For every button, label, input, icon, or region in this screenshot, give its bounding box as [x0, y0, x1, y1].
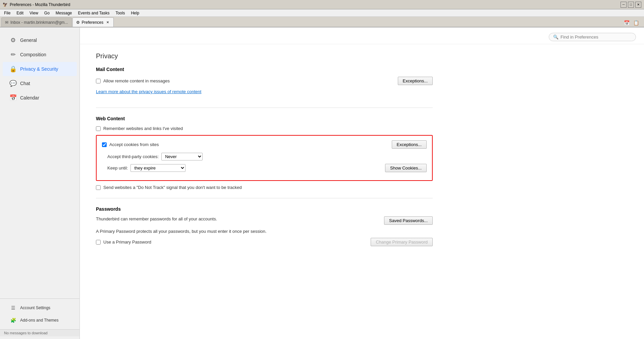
sidebar-item-chat-label: Chat	[20, 81, 30, 86]
sidebar-item-account-settings[interactable]: ☰ Account Settings	[3, 302, 77, 314]
mail-exceptions-button[interactable]: Exceptions...	[398, 77, 433, 85]
allow-remote-row: Allow remote content in messages Excepti…	[96, 77, 433, 85]
sidebar-item-calendar-label: Calendar	[20, 95, 39, 100]
section-divider-1	[96, 108, 433, 108]
sidebar-item-addons[interactable]: 🧩 Add-ons and Themes	[3, 314, 77, 326]
composition-icon: ✏	[9, 51, 17, 58]
tab-inbox[interactable]: ✉ Inbox - martin.brinkmann@gm...	[1, 17, 72, 27]
sidebar-item-account-settings-label: Account Settings	[20, 306, 50, 310]
primary-password-label: Use a Primary Password	[103, 240, 151, 245]
main-layout: ⚙ General ✏ Composition 🔒 Privacy & Secu…	[0, 27, 644, 339]
restore-button[interactable]: □	[628, 2, 634, 8]
account-settings-icon: ☰	[9, 305, 17, 311]
close-button[interactable]: ✕	[635, 2, 641, 8]
web-content-section: Web Content Remember websites and links …	[96, 116, 433, 190]
prefs-tab-label: Preferences	[82, 20, 104, 25]
search-icon: 🔍	[553, 35, 558, 40]
content-area: 🔍 Privacy Mail Content Allow remote cont…	[80, 27, 644, 339]
calendar-icon: 📅	[9, 94, 17, 101]
menu-view[interactable]: View	[27, 10, 41, 16]
calendar-toolbar-icon[interactable]: 📅	[623, 19, 631, 27]
window-title: Preferences - Mozilla Thunderbird	[10, 2, 70, 7]
remember-websites-label: Remember websites and links I've visited	[103, 126, 183, 131]
minimize-button[interactable]: ─	[621, 2, 627, 8]
sidebar-bottom: ☰ Account Settings 🧩 Add-ons and Themes	[0, 298, 79, 329]
sidebar-item-chat[interactable]: 💬 Chat	[3, 76, 77, 90]
status-text: No messages to download	[4, 331, 48, 335]
remember-websites-checkbox[interactable]	[96, 126, 101, 131]
keep-until-row: Keep until: they expire I close Thunderb…	[102, 164, 427, 172]
accept-cookies-label: Accept cookies from sites	[109, 142, 159, 147]
menu-tools[interactable]: Tools	[113, 10, 127, 16]
sidebar-item-privacy-label: Privacy & Security	[20, 66, 58, 72]
chat-icon: 💬	[9, 80, 17, 87]
dnt-row: Send websites a "Do Not Track" signal th…	[96, 185, 433, 190]
inbox-tab-label: Inbox - martin.brinkmann@gm...	[10, 20, 68, 25]
show-cookies-button[interactable]: Show Cookies...	[385, 164, 427, 172]
menu-message[interactable]: Message	[53, 10, 75, 16]
search-box[interactable]: 🔍	[549, 33, 636, 41]
content-header: 🔍	[80, 27, 644, 44]
keep-until-label: Keep until:	[107, 165, 128, 171]
dnt-label: Send websites a "Do Not Track" signal th…	[103, 185, 242, 190]
remember-websites-row: Remember websites and links I've visited	[96, 126, 433, 131]
third-party-select[interactable]: Never Always From visited	[161, 153, 203, 160]
saved-passwords-row: Thunderbird can remember passwords for a…	[96, 216, 433, 225]
menu-go[interactable]: Go	[42, 10, 52, 16]
sidebar: ⚙ General ✏ Composition 🔒 Privacy & Secu…	[0, 27, 80, 339]
section-divider-2	[96, 198, 433, 198]
cookies-exceptions-button[interactable]: Exceptions...	[392, 140, 427, 149]
change-primary-password-button[interactable]: Change Primary Password	[371, 238, 433, 246]
web-content-subsection-title: Web Content	[96, 116, 433, 121]
tab-bar: ✉ Inbox - martin.brinkmann@gm... ⚙ Prefe…	[0, 17, 644, 27]
title-bar: 🦅 Preferences - Mozilla Thunderbird ─ □ …	[0, 0, 644, 9]
dnt-checkbox[interactable]	[96, 185, 101, 190]
menu-events-tasks[interactable]: Events and Tasks	[75, 10, 112, 16]
sidebar-item-composition-label: Composition	[20, 52, 46, 57]
sidebar-item-privacy[interactable]: 🔒 Privacy & Security	[3, 62, 77, 76]
sidebar-item-general[interactable]: ⚙ General	[3, 33, 77, 47]
menu-file[interactable]: File	[1, 10, 13, 16]
tab-preferences[interactable]: ⚙ Preferences ✕	[72, 17, 114, 27]
allow-remote-label: Allow remote content in messages	[103, 78, 170, 83]
privacy-section-title: Privacy	[96, 52, 433, 60]
prefs-tab-icon: ⚙	[76, 20, 80, 25]
passwords-section: Passwords Thunderbird can remember passw…	[96, 206, 433, 246]
sidebar-item-calendar[interactable]: 📅 Calendar	[3, 91, 77, 105]
passwords-subsection-title: Passwords	[96, 206, 433, 212]
accept-cookies-row: Accept cookies from sites Exceptions...	[102, 140, 427, 149]
third-party-cookies-row: Accept third-party cookies: Never Always…	[102, 153, 427, 160]
tasks-toolbar-icon[interactable]: 📋	[632, 19, 640, 27]
prefs-tab-close[interactable]: ✕	[105, 20, 110, 25]
sidebar-item-general-label: General	[20, 38, 37, 43]
allow-remote-checkbox[interactable]	[96, 79, 101, 83]
menu-edit[interactable]: Edit	[14, 10, 26, 16]
mail-content-section: Mail Content Allow remote content in mes…	[96, 67, 433, 99]
sidebar-item-composition[interactable]: ✏ Composition	[3, 48, 77, 62]
privacy-icon: 🔒	[9, 65, 17, 73]
passwords-desc1: Thunderbird can remember passwords for a…	[96, 216, 217, 221]
mail-content-subsection-title: Mail Content	[96, 67, 433, 72]
sidebar-nav: ⚙ General ✏ Composition 🔒 Privacy & Secu…	[0, 30, 79, 298]
menu-bar: File Edit View Go Message Events and Tas…	[0, 9, 644, 17]
saved-passwords-button[interactable]: Saved Passwords...	[384, 216, 433, 225]
passwords-desc2: A Primary Password protects all your pas…	[96, 229, 433, 234]
app-icon: 🦅	[3, 2, 8, 7]
third-party-label: Accept third-party cookies:	[107, 154, 159, 159]
status-bar: No messages to download	[0, 329, 79, 336]
menu-help[interactable]: Help	[128, 10, 142, 16]
addons-icon: 🧩	[9, 318, 17, 323]
primary-password-checkbox[interactable]	[96, 240, 101, 245]
prefs-content: Privacy Mail Content Allow remote conten…	[80, 44, 449, 258]
search-input[interactable]	[560, 35, 632, 40]
sidebar-item-addons-label: Add-ons and Themes	[20, 318, 59, 323]
general-icon: ⚙	[9, 37, 17, 44]
primary-password-row: Use a Primary Password Change Primary Pa…	[96, 238, 433, 246]
keep-until-select[interactable]: they expire I close Thunderbird ask me e…	[130, 164, 185, 172]
accept-cookies-checkbox[interactable]	[102, 142, 107, 147]
inbox-tab-icon: ✉	[5, 20, 8, 25]
learn-more-link[interactable]: Learn more about the privacy issues of r…	[96, 89, 201, 94]
cookies-highlight-box: Accept cookies from sites Exceptions... …	[96, 135, 433, 181]
